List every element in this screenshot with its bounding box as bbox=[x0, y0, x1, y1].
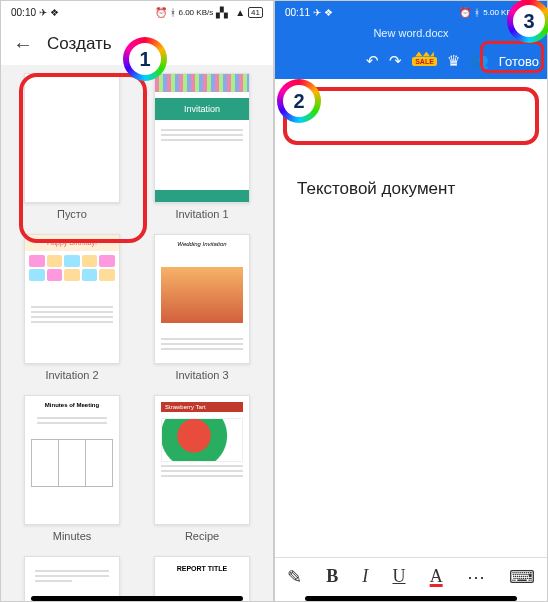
template-thumb: Wedding Invitation bbox=[154, 234, 250, 364]
document-content[interactable]: Текстовой документ bbox=[297, 179, 455, 199]
signal-icon: ▞▖ bbox=[216, 7, 232, 18]
bluetooth-icon: ᚼ bbox=[474, 7, 480, 18]
template-label: Invitation 2 bbox=[45, 369, 98, 381]
template-invitation-1[interactable]: Invitation Invitation 1 bbox=[149, 73, 255, 220]
redo-icon[interactable]: ↷ bbox=[389, 52, 402, 70]
more-formatting-icon[interactable]: ⋯ bbox=[467, 566, 485, 588]
template-label: Invitation 1 bbox=[175, 208, 228, 220]
net-speed: 6.00 KB/s bbox=[179, 8, 214, 17]
bold-button[interactable]: B bbox=[326, 566, 338, 587]
template-recipe[interactable]: Strawberry Tart Recipe bbox=[149, 395, 255, 542]
template-label: Пусто bbox=[57, 208, 87, 220]
template-blank[interactable]: Пусто bbox=[19, 73, 125, 220]
font-color-button[interactable]: A bbox=[430, 566, 443, 587]
status-time: 00:11 bbox=[285, 7, 310, 18]
done-button[interactable]: Готово bbox=[499, 54, 539, 69]
template-thumb: Happy Birthday! bbox=[24, 234, 120, 364]
annotation-badge-1: 1 bbox=[126, 40, 164, 78]
alarm-icon: ⏰ bbox=[155, 7, 167, 18]
annotation-badge-3: 3 bbox=[510, 2, 548, 40]
template-thumb bbox=[24, 73, 120, 203]
template-thumb: Invitation bbox=[154, 73, 250, 203]
nav-bar bbox=[305, 596, 517, 601]
template-thumb: Strawberry Tart bbox=[154, 395, 250, 525]
telegram-icon: ✈ bbox=[313, 7, 321, 18]
status-bar: 00:10 ✈ ❖ ⏰ ᚼ 6.00 KB/s ▞▖ ▲ 41 bbox=[1, 1, 273, 23]
template-label: Invitation 3 bbox=[175, 369, 228, 381]
status-time: 00:10 bbox=[11, 7, 36, 18]
italic-button[interactable]: I bbox=[362, 566, 368, 587]
telegram-icon: ✈ bbox=[39, 7, 47, 18]
file-name: New word.docx bbox=[275, 23, 547, 43]
sale-badge[interactable]: SALE bbox=[412, 57, 437, 66]
alarm-icon: ⏰ bbox=[459, 7, 471, 18]
pen-tool-icon[interactable]: ✎ bbox=[287, 566, 302, 588]
template-label: Recipe bbox=[185, 530, 219, 542]
keyboard-icon[interactable]: ⌨ bbox=[509, 566, 535, 588]
template-invitation-2[interactable]: Happy Birthday! Invitation 2 bbox=[19, 234, 125, 381]
template-minutes[interactable]: Minutes of Meeting Minutes bbox=[19, 395, 125, 542]
collab-icon[interactable]: 👥 bbox=[470, 52, 489, 70]
crown-icon[interactable]: ♛ bbox=[447, 52, 460, 70]
back-arrow-icon[interactable]: ← bbox=[13, 33, 33, 56]
app-icon: ❖ bbox=[324, 7, 333, 18]
annotation-badge-2: 2 bbox=[280, 82, 318, 120]
nav-bar bbox=[31, 596, 243, 601]
template-grid: Пусто Invitation Invitation 1 Happy Birt… bbox=[1, 65, 273, 602]
format-toolbar: ✎ B I U A ⋯ ⌨ bbox=[275, 557, 547, 595]
template-label: Minutes bbox=[53, 530, 92, 542]
editor-toolbar: ↶ ↷ SALE ♛ 👥 Готово bbox=[275, 43, 547, 79]
template-invitation-3[interactable]: Wedding Invitation Invitation 3 bbox=[149, 234, 255, 381]
signal-icon-2: ▲ bbox=[235, 7, 245, 18]
battery-pct: 41 bbox=[248, 7, 263, 18]
template-thumb: Minutes of Meeting bbox=[24, 395, 120, 525]
bluetooth-icon: ᚼ bbox=[170, 7, 176, 18]
underline-button[interactable]: U bbox=[393, 566, 406, 587]
app-icon: ❖ bbox=[50, 7, 59, 18]
phone-create-screen: 00:10 ✈ ❖ ⏰ ᚼ 6.00 KB/s ▞▖ ▲ 41 ← Создат… bbox=[0, 0, 274, 602]
undo-icon[interactable]: ↶ bbox=[366, 52, 379, 70]
page-title: Создать bbox=[47, 34, 112, 54]
